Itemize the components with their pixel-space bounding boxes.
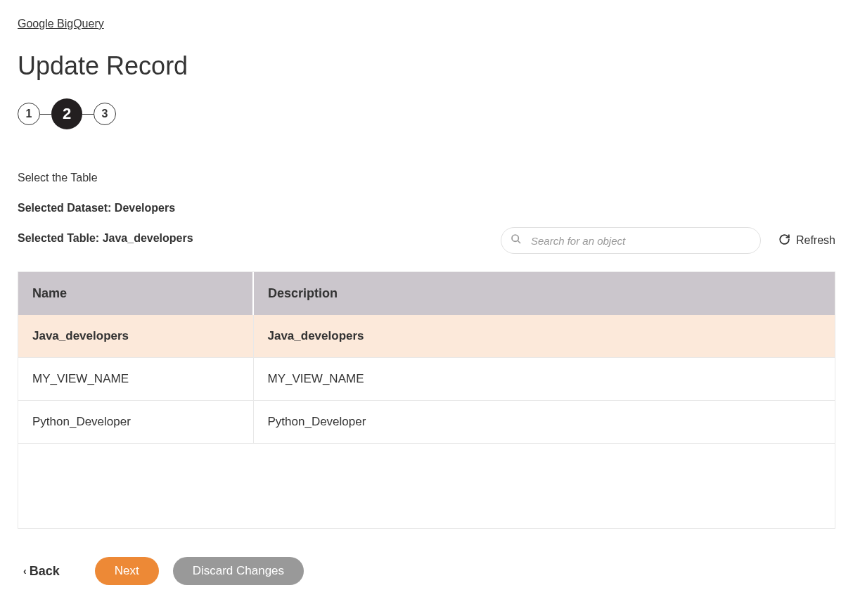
- table-row[interactable]: Java_developersJava_developers: [18, 315, 835, 358]
- section-label: Select the Table: [18, 172, 835, 184]
- table-filler: [18, 444, 835, 528]
- breadcrumb-link[interactable]: Google BigQuery: [18, 18, 104, 30]
- back-label: Back: [30, 564, 60, 579]
- discard-button[interactable]: Discard Changes: [173, 557, 304, 585]
- cell-name: Python_Developer: [18, 401, 253, 444]
- step-connector: [40, 114, 51, 115]
- step-1[interactable]: 1: [18, 103, 40, 125]
- chevron-left-icon: ‹: [23, 565, 27, 577]
- data-table: Name Description Java_developersJava_dev…: [18, 272, 835, 444]
- page-title: Update Record: [18, 51, 835, 81]
- svg-line-1: [518, 240, 520, 243]
- refresh-icon: [778, 233, 790, 248]
- table-row[interactable]: MY_VIEW_NAMEMY_VIEW_NAME: [18, 358, 835, 401]
- step-2[interactable]: 2: [51, 98, 82, 129]
- cell-description: Java_developers: [253, 315, 835, 358]
- step-connector: [82, 114, 94, 115]
- table-header-description: Description: [253, 272, 835, 315]
- cell-name: MY_VIEW_NAME: [18, 358, 253, 401]
- cell-name: Java_developers: [18, 315, 253, 358]
- step-3[interactable]: 3: [94, 103, 116, 125]
- cell-description: MY_VIEW_NAME: [253, 358, 835, 401]
- stepper: 1 2 3: [18, 98, 835, 129]
- back-button[interactable]: ‹ Back: [23, 564, 60, 579]
- svg-point-0: [512, 235, 518, 241]
- cell-description: Python_Developer: [253, 401, 835, 444]
- selected-dataset-label: Selected Dataset: Developers: [18, 202, 835, 214]
- table-row[interactable]: Python_DeveloperPython_Developer: [18, 401, 835, 444]
- footer-actions: ‹ Back Next Discard Changes: [18, 557, 835, 585]
- search-icon: [511, 233, 522, 248]
- table-header-name: Name: [18, 272, 253, 315]
- table-container: Name Description Java_developersJava_dev…: [18, 271, 835, 529]
- search-wrap: [501, 227, 761, 254]
- refresh-button[interactable]: Refresh: [778, 233, 835, 248]
- refresh-label: Refresh: [796, 234, 835, 247]
- search-input[interactable]: [501, 227, 761, 254]
- next-button[interactable]: Next: [95, 557, 159, 585]
